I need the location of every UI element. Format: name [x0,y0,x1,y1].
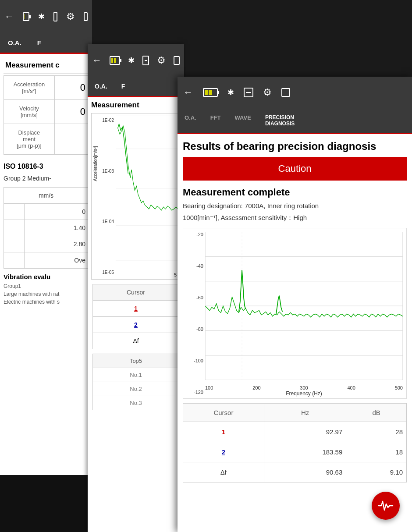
thresh-0: 0 [25,204,89,220]
disp-label: Displacement[μm (p-p)] [4,124,55,155]
col-db: dB [346,404,407,422]
back-icon-3[interactable]: ← [183,87,193,98]
measure-table: Acceleration[m/s²] 0 Velocity[mm/s] 0 Di… [4,75,89,155]
tab-wave-3[interactable]: WAVE [228,108,258,133]
window-icon[interactable] [84,12,88,21]
col-hz: Hz [264,404,346,422]
y-label: -80 [196,326,203,332]
table-row: mm/s [4,188,89,204]
main-chart-svg [205,232,403,380]
x-labels: 100 200 300 400 500 [205,385,403,390]
y-label: -60 [196,295,203,300]
y-label: 1E-02 [102,118,114,123]
accel-value: 0 [54,76,88,100]
window-2: ← ✱ ⚙ O.A. F Measurement 1E-02 1E-03 1E-… [88,44,184,532]
results-table: Cursor Hz dB 1 92.97 28 2 183.59 18 [183,403,407,482]
disp-value [54,124,88,155]
gear-icon[interactable]: ⚙ [66,11,75,22]
save-icon-2[interactable] [142,56,149,65]
thresh-3: Ove [25,252,89,269]
top5-no2[interactable]: No.2 [93,382,179,396]
accel-label: Acceleration[m/s²] [4,76,55,100]
main-chart: -20 -40 -60 -80 -100 -120 Acceleration (… [183,228,407,399]
iso-section: ISO 10816-3 Group 2 Medium- [4,160,89,184]
cursor-1-hz: 92.97 [264,422,346,442]
cursor-2-cell[interactable]: 2 [93,317,179,333]
tab-f-2[interactable]: F [114,77,132,96]
tab-precision-3[interactable]: PRECISIONDIAGNOSIS [258,108,302,134]
unit-table: mm/s 0 1.40 2.80 Ove [4,187,89,269]
cursor-2-db: 18 [346,442,407,462]
section-title-2: Measurement [88,97,184,113]
tabs-3: O.A. FFT WAVE PRECISIONDIAGNOSIS [178,108,412,134]
tab-fft-3[interactable]: FFT [203,108,228,133]
table-row: 1 92.97 28 [183,422,407,442]
fft-chart: 1E-02 1E-03 1E-04 1E-05 Acceleration[m/s… [91,113,181,280]
vibration-detail: Group1 Large machines with rat Electric … [4,282,89,306]
tabs-2: O.A. F [88,77,184,97]
tab-oa-1[interactable]: O.A. [0,33,29,54]
window-1: ← ✱ ⚙ O.A. F Measurement c Acceleration[… [0,0,92,532]
gear-icon-2[interactable]: ⚙ [157,55,166,66]
thresh-label [4,220,25,236]
cursor-delta-cell[interactable]: Δf [93,333,179,349]
y-label: -100 [194,358,203,363]
top5-no1[interactable]: No.1 [93,368,179,382]
thresh-label [4,252,25,269]
table-row: 1.40 [4,220,89,236]
table-row: 1 [93,301,179,317]
toolbar-1: ← ✱ ⚙ [0,0,92,33]
save-icon-3[interactable] [244,88,253,97]
x-axis-label: Frequency (Hz) [205,390,403,397]
back-icon-2[interactable]: ← [92,55,102,66]
meas-complete: Measurement complete [178,181,412,200]
black-bar-1 [0,475,92,532]
tab-oa-2[interactable]: O.A. [88,77,114,96]
cursor-2-result-label[interactable]: 2 [222,448,225,456]
table-row: Ove [4,252,89,269]
cursor-table: Cursor 1 2 Δf [92,284,179,349]
table-row: 2.80 [4,236,89,252]
cursor-2-label[interactable]: 2 [134,321,138,328]
cursor-1-db: 28 [346,422,407,442]
page-title: Results of bearing precision diagnosis [178,134,412,157]
y-label: -40 [196,263,203,269]
bluetooth-icon: ✱ [38,12,45,21]
fab-button[interactable] [372,492,400,520]
battery-icon-3 [203,88,218,97]
tab-f-1[interactable]: F [29,33,49,53]
thresh-2: 2.80 [25,236,89,252]
window-icon-3[interactable] [281,88,290,97]
gear-icon-3[interactable]: ⚙ [263,87,272,98]
back-icon[interactable]: ← [4,11,14,22]
x-label: 400 [347,385,355,390]
cursor-1-result-label[interactable]: 1 [222,428,225,436]
window-icon-2[interactable] [174,56,180,65]
cursor-2-hz: 183.59 [264,442,346,462]
table-row: 2 [93,317,179,333]
tab-oa-3[interactable]: O.A. [178,108,203,133]
table-row: 0 [4,204,89,220]
y-label: 1E-05 [102,270,114,275]
x-label: 500 [395,385,403,390]
cursor-delta-result[interactable]: Δf [183,462,264,482]
bluetooth-icon-3: ✱ [227,88,234,97]
thresh-1: 1.40 [25,220,89,236]
top5-table: Top5 No.1 No.2 No.3 [92,354,179,410]
meas-detail-line2: 1000[min⁻¹], Assessment sensitivity：High [183,212,407,223]
battery-icon-2 [110,56,120,65]
x-label: 100 [205,385,213,390]
cursor-1-label[interactable]: 1 [134,305,138,312]
top5-no3[interactable]: No.3 [93,396,179,410]
cursor-1-result[interactable]: 1 [183,422,264,442]
toolbar-3: ← ✱ ⚙ [178,77,412,108]
vel-value: 0 [54,100,88,124]
save-icon[interactable] [53,12,57,21]
table-row: No.1 [93,368,179,382]
meas-details: Bearing designation: 7000A, Inner ring r… [178,200,412,223]
y-label: -120 [194,390,203,395]
cursor-1-cell[interactable]: 1 [93,301,179,317]
cursor-2-result[interactable]: 2 [183,442,264,462]
unit-cell: mm/s [4,188,89,204]
col-cursor: Cursor [183,404,264,422]
